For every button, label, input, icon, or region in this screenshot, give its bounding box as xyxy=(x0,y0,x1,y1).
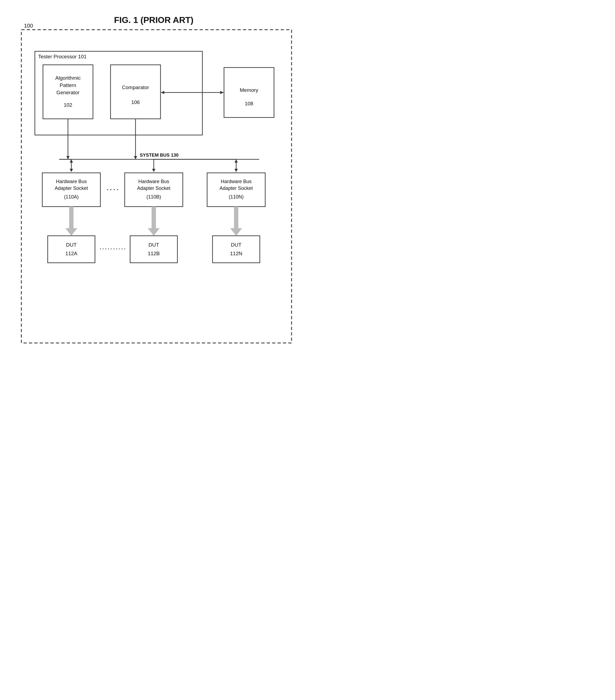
svg-text:Comparator: Comparator xyxy=(122,85,149,90)
svg-text:112B: 112B xyxy=(148,251,160,256)
svg-text:112N: 112N xyxy=(230,251,242,256)
svg-text:100: 100 xyxy=(24,23,33,29)
svg-text:112A: 112A xyxy=(65,251,77,256)
svg-text:Adapter Socket: Adapter Socket xyxy=(54,186,88,191)
svg-text:DUT: DUT xyxy=(231,242,241,248)
svg-text:Hardware Bus: Hardware Bus xyxy=(56,179,87,184)
svg-rect-52 xyxy=(234,207,238,228)
svg-text:Algorithmic: Algorithmic xyxy=(56,75,81,81)
svg-rect-48 xyxy=(69,207,74,228)
svg-text:Adapter Socket: Adapter Socket xyxy=(137,186,170,191)
svg-text:· · · · · · · · · ·: · · · · · · · · · · xyxy=(100,246,125,252)
svg-text:106: 106 xyxy=(131,99,140,105)
svg-text:Adapter Socket: Adapter Socket xyxy=(219,186,253,191)
svg-text:· · · ·: · · · · xyxy=(107,186,118,193)
svg-text:(110B): (110B) xyxy=(146,194,161,200)
svg-text:(110N): (110N) xyxy=(229,194,244,200)
svg-text:Generator: Generator xyxy=(57,90,80,95)
svg-text:DUT: DUT xyxy=(148,242,159,248)
svg-text:Hardware Bus: Hardware Bus xyxy=(221,179,251,184)
svg-text:Tester Processor 101: Tester Processor 101 xyxy=(38,54,87,59)
svg-rect-50 xyxy=(151,207,156,228)
svg-text:Memory: Memory xyxy=(240,87,258,93)
svg-rect-61 xyxy=(213,236,260,263)
svg-text:FIG. 1  (PRIOR ART): FIG. 1 (PRIOR ART) xyxy=(114,15,194,25)
svg-text:SYSTEM BUS 130: SYSTEM BUS 130 xyxy=(140,153,179,158)
svg-rect-54 xyxy=(48,236,95,263)
svg-rect-57 xyxy=(130,236,177,263)
svg-text:(110A): (110A) xyxy=(64,194,79,200)
svg-text:DUT: DUT xyxy=(66,242,76,248)
svg-text:Pattern: Pattern xyxy=(60,83,76,88)
svg-text:102: 102 xyxy=(64,102,72,108)
svg-rect-10 xyxy=(111,65,160,119)
full-diagram: FIG. 1 (PRIOR ART)100Tester Processor 10… xyxy=(5,8,303,348)
svg-text:Hardware Bus: Hardware Bus xyxy=(138,179,169,184)
svg-text:108: 108 xyxy=(245,101,254,107)
